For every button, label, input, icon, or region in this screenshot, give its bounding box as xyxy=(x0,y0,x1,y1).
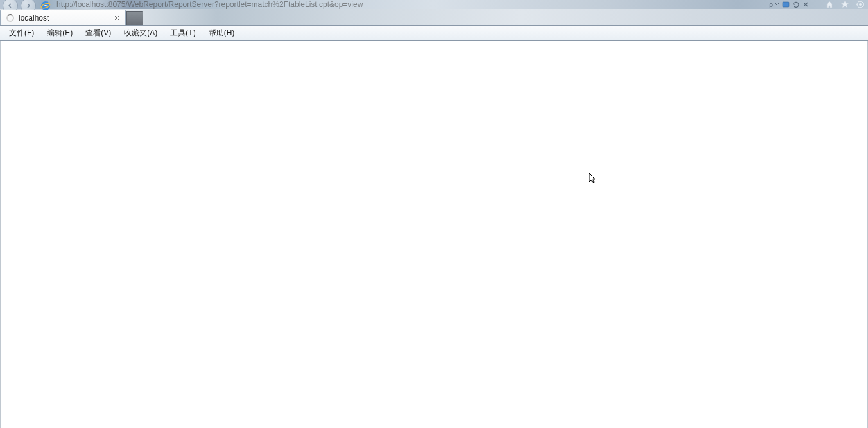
chevron-down-icon xyxy=(774,3,779,6)
forward-button[interactable] xyxy=(19,0,37,9)
nav-buttons: http://localhost:8075/WebReport/ReportSe… xyxy=(0,0,363,9)
close-icon xyxy=(114,15,119,21)
refresh-icon[interactable] xyxy=(792,1,800,8)
compat-icon[interactable] xyxy=(782,1,790,8)
titlebar-icons xyxy=(824,0,865,10)
back-button[interactable] xyxy=(1,0,19,9)
tab-loading-icon xyxy=(6,13,15,22)
menu-edit[interactable]: 编辑(E) xyxy=(40,26,79,40)
search-dropdown[interactable]: ρ xyxy=(769,1,779,8)
svg-rect-2 xyxy=(783,2,789,7)
home-icon[interactable] xyxy=(824,0,835,10)
browser-tab[interactable]: localhost xyxy=(0,10,126,25)
menu-view[interactable]: 查看(V) xyxy=(79,26,117,40)
menu-tools[interactable]: 工具(T) xyxy=(164,26,202,40)
url-display[interactable]: http://localhost:8075/WebReport/ReportSe… xyxy=(56,0,363,9)
menubar: 文件(F) 编辑(E) 查看(V) 收藏夹(A) 工具(T) 帮助(H) xyxy=(0,26,868,41)
stop-icon[interactable] xyxy=(803,1,809,8)
menu-help[interactable]: 帮助(H) xyxy=(202,26,241,40)
menu-file[interactable]: 文件(F) xyxy=(3,26,40,40)
menu-favorites[interactable]: 收藏夹(A) xyxy=(117,26,164,40)
new-tab-button[interactable] xyxy=(126,11,143,25)
page-content xyxy=(0,41,868,428)
tools-icon[interactable] xyxy=(855,0,865,10)
titlebar-right: ρ xyxy=(769,0,868,9)
browser-titlebar: http://localhost:8075/WebReport/ReportSe… xyxy=(0,0,868,9)
tab-close-button[interactable] xyxy=(112,13,121,22)
favorites-icon[interactable] xyxy=(840,0,850,10)
arrow-left-icon xyxy=(7,3,13,9)
arrow-right-icon xyxy=(25,3,31,9)
svg-point-4 xyxy=(859,3,862,6)
tab-title: localhost xyxy=(19,13,112,22)
tab-strip: localhost xyxy=(0,9,868,26)
cursor-icon xyxy=(589,173,598,185)
